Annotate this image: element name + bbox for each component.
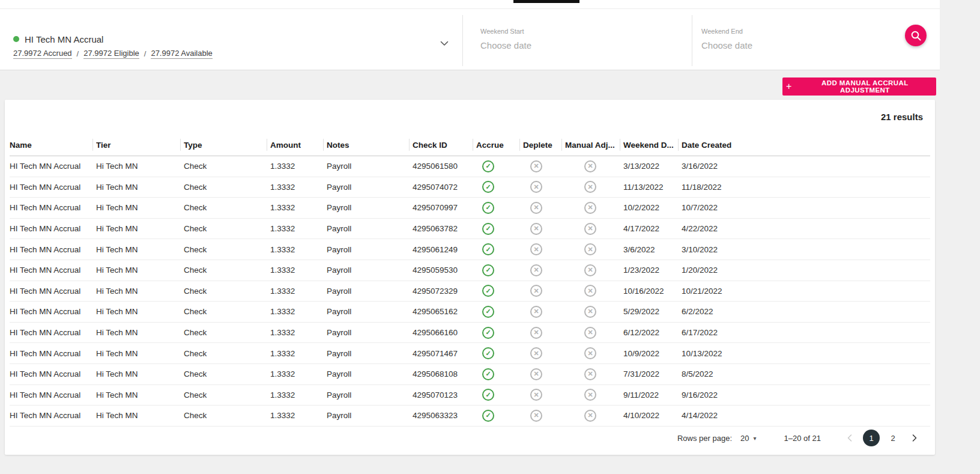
cell-check-id: 4295063782: [413, 218, 476, 239]
cell-date-created: 10/21/2022: [682, 281, 930, 302]
cell-date-created: 8/5/2022: [682, 363, 930, 384]
next-page-button[interactable]: [906, 430, 923, 446]
table-row[interactable]: HI Tech MN Accrual Hi Tech MN Check 1.33…: [10, 281, 930, 302]
manual-adj-cross-icon: [584, 410, 596, 422]
cell-notes: Payroll: [327, 384, 413, 406]
cell-type: Check: [184, 384, 270, 406]
cell-tier: Hi Tech MN: [96, 177, 184, 198]
accrual-plan-selector[interactable]: HI Tech MN Accrual 27.9972 Accrued / 27.…: [13, 33, 458, 59]
cell-deplete: [523, 322, 565, 343]
cell-check-id: 4295065162: [413, 302, 476, 323]
browser-tab-fragment: [513, 0, 579, 3]
table-row[interactable]: HI Tech MN Accrual Hi Tech MN Check 1.33…: [10, 302, 930, 323]
chevron-right-icon: [912, 434, 917, 442]
accrue-check-icon: [482, 306, 494, 318]
cell-check-id: 4295061249: [413, 239, 476, 260]
accrued-stat[interactable]: 27.9972 Accrued: [13, 49, 72, 59]
cell-deplete: [523, 384, 565, 406]
cell-check-id: 4295061580: [413, 156, 476, 177]
column-header-type[interactable]: Type: [184, 133, 270, 156]
page-2-button[interactable]: 2: [885, 430, 901, 446]
cell-type: Check: [184, 343, 270, 364]
cell-name: HI Tech MN Accrual: [10, 156, 96, 177]
cell-date-created: 6/17/2022: [682, 322, 930, 343]
table-row[interactable]: HI Tech MN Accrual Hi Tech MN Check 1.33…: [10, 239, 930, 260]
cell-manual-adj: [565, 343, 623, 364]
cell-weekend-date: 11/13/2022: [623, 177, 682, 198]
table-row[interactable]: HI Tech MN Accrual Hi Tech MN Check 1.33…: [10, 384, 930, 406]
column-header-weekend-date[interactable]: Weekend D...: [623, 133, 682, 156]
cell-accrue: [476, 302, 523, 323]
column-header-name[interactable]: Name: [10, 133, 96, 156]
table-body: HI Tech MN Accrual Hi Tech MN Check 1.33…: [10, 156, 930, 427]
cell-name: HI Tech MN Accrual: [10, 260, 96, 281]
column-header-tier[interactable]: Tier: [96, 133, 184, 156]
table-row[interactable]: HI Tech MN Accrual Hi Tech MN Check 1.33…: [10, 177, 930, 198]
cell-amount: 1.3332: [270, 302, 327, 323]
manual-adj-cross-icon: [584, 243, 596, 255]
cell-name: HI Tech MN Accrual: [10, 281, 96, 302]
weekend-end-field[interactable]: Weekend End Choose date: [701, 28, 882, 50]
accrued-value: 27.9972: [13, 49, 41, 58]
column-header-accrue[interactable]: Accrue: [476, 133, 523, 156]
page-1-button[interactable]: 1: [863, 430, 880, 446]
eligible-stat[interactable]: 27.9972 Eligible: [83, 49, 139, 59]
weekend-start-field[interactable]: Weekend Start Choose date: [480, 28, 661, 50]
table-row[interactable]: HI Tech MN Accrual Hi Tech MN Check 1.33…: [10, 406, 930, 427]
rows-per-page-label: Rows per page:: [677, 434, 732, 443]
previous-page-button[interactable]: [841, 430, 858, 446]
status-dot-icon: [13, 36, 19, 42]
cell-accrue: [476, 384, 523, 406]
table-row[interactable]: HI Tech MN Accrual Hi Tech MN Check 1.33…: [10, 218, 930, 239]
cell-type: Check: [184, 281, 270, 302]
accrue-check-icon: [482, 202, 494, 214]
table-row[interactable]: HI Tech MN Accrual Hi Tech MN Check 1.33…: [10, 343, 930, 364]
cell-type: Check: [184, 406, 270, 427]
cell-tier: Hi Tech MN: [96, 406, 184, 427]
add-manual-accrual-adjustment-button[interactable]: + ADD MANUAL ACCRUAL ADJUSTMENT: [782, 77, 936, 96]
cell-check-id: 4295070123: [413, 384, 476, 406]
rows-per-page-select[interactable]: 20 ▾: [740, 434, 757, 443]
column-header-manual-adj[interactable]: Manual Adj...: [565, 133, 623, 156]
table-row[interactable]: HI Tech MN Accrual Hi Tech MN Check 1.33…: [10, 363, 930, 384]
cell-accrue: [476, 239, 523, 260]
cell-notes: Payroll: [327, 239, 413, 260]
cell-weekend-date: 4/10/2022: [623, 406, 682, 427]
column-header-date-created[interactable]: Date Created: [682, 133, 930, 156]
cell-date-created: 10/7/2022: [682, 198, 930, 219]
weekend-start-input[interactable]: Choose date: [480, 40, 661, 50]
cell-accrue: [476, 322, 523, 343]
deplete-cross-icon: [530, 264, 542, 276]
table-row[interactable]: HI Tech MN Accrual Hi Tech MN Check 1.33…: [10, 260, 930, 281]
chevron-down-icon[interactable]: [440, 38, 449, 49]
table-row[interactable]: HI Tech MN Accrual Hi Tech MN Check 1.33…: [10, 198, 930, 219]
cell-type: Check: [184, 218, 270, 239]
cell-name: HI Tech MN Accrual: [10, 218, 96, 239]
cell-weekend-date: 6/12/2022: [623, 322, 682, 343]
cell-amount: 1.3332: [270, 406, 327, 427]
divider: [692, 15, 692, 66]
cell-manual-adj: [565, 177, 623, 198]
cell-weekend-date: 10/9/2022: [623, 343, 682, 364]
search-button[interactable]: [905, 25, 927, 46]
cell-notes: Payroll: [327, 322, 413, 343]
filter-bar: HI Tech MN Accrual 27.9972 Accrued / 27.…: [0, 0, 940, 70]
column-header-check-id[interactable]: Check ID: [413, 133, 476, 156]
caret-down-icon: ▾: [754, 435, 757, 442]
table-row[interactable]: HI Tech MN Accrual Hi Tech MN Check 1.33…: [10, 156, 930, 177]
cell-amount: 1.3332: [270, 363, 327, 384]
plus-icon: +: [786, 82, 792, 91]
rows-per-page-value: 20: [740, 434, 749, 443]
cell-amount: 1.3332: [270, 384, 327, 406]
weekend-end-input[interactable]: Choose date: [701, 40, 882, 50]
column-header-notes[interactable]: Notes: [327, 133, 413, 156]
cell-weekend-date: 4/17/2022: [623, 218, 682, 239]
cell-weekend-date: 1/23/2022: [623, 260, 682, 281]
column-header-deplete[interactable]: Deplete: [523, 133, 565, 156]
search-icon: [910, 30, 922, 41]
accrual-table: Name Tier Type Amount Notes Check ID Acc…: [10, 133, 930, 427]
available-stat[interactable]: 27.9972 Available: [151, 49, 212, 59]
table-row[interactable]: HI Tech MN Accrual Hi Tech MN Check 1.33…: [10, 322, 930, 343]
column-header-amount[interactable]: Amount: [270, 133, 327, 156]
eligible-value: 27.9972: [83, 49, 112, 58]
